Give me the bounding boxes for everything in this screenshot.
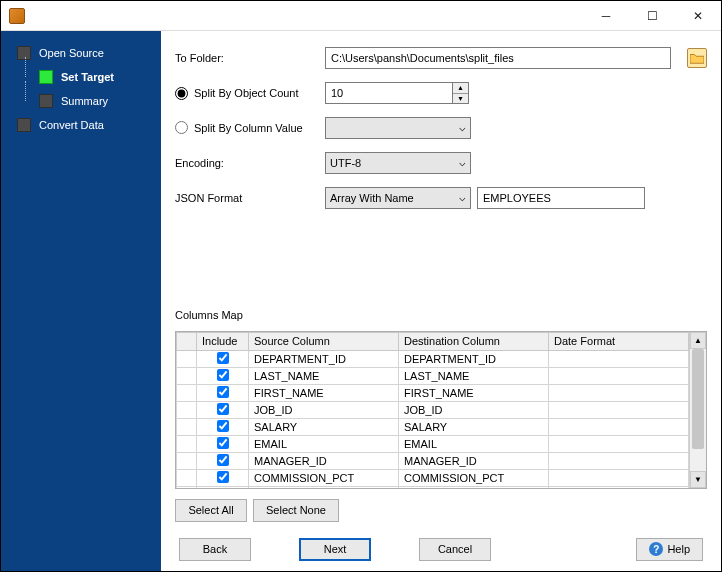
table-row[interactable]: DEPARTMENT_IDDEPARTMENT_ID (177, 350, 689, 367)
help-button[interactable]: ? Help (636, 538, 703, 561)
source-cell[interactable]: EMAIL (249, 435, 399, 452)
include-checkbox[interactable] (217, 369, 229, 381)
destination-cell[interactable]: FIRST_NAME (399, 384, 549, 401)
row-handle[interactable] (177, 452, 197, 469)
close-button[interactable]: ✕ (675, 1, 721, 31)
row-handle[interactable] (177, 418, 197, 435)
chevron-down-icon: ⌵ (459, 156, 466, 169)
dateformat-cell[interactable] (549, 452, 689, 469)
scroll-thumb[interactable] (692, 349, 704, 449)
dateformat-cell[interactable] (549, 384, 689, 401)
chevron-down-icon: ⌵ (459, 121, 466, 134)
include-checkbox[interactable] (217, 454, 229, 466)
nav-set-target[interactable]: Set Target (5, 65, 157, 89)
split-by-object-label: Split By Object Count (194, 87, 299, 99)
destination-cell[interactable]: JOB_ID (399, 401, 549, 418)
include-checkbox[interactable] (217, 352, 229, 364)
object-count-input[interactable] (325, 82, 453, 104)
table-row[interactable]: FIRST_NAMEFIRST_NAME (177, 384, 689, 401)
table-row[interactable]: LAST_NAMELAST_NAME (177, 367, 689, 384)
row-header-blank[interactable] (177, 332, 197, 350)
source-cell[interactable]: DEPARTMENT_ID (249, 350, 399, 367)
destination-cell[interactable]: COMMISSION_PCT (399, 469, 549, 486)
include-checkbox[interactable] (217, 471, 229, 483)
column-header-date-format[interactable]: Date Format (549, 332, 689, 350)
source-cell[interactable]: JOB_ID (249, 401, 399, 418)
destination-cell[interactable]: MANAGER_ID (399, 452, 549, 469)
select-all-button[interactable]: Select All (175, 499, 247, 522)
dateformat-cell[interactable] (549, 350, 689, 367)
source-cell[interactable]: COMMISSION_PCT (249, 469, 399, 486)
include-checkbox[interactable] (217, 437, 229, 449)
dateformat-cell[interactable] (549, 486, 689, 488)
table-row[interactable]: JOB_IDJOB_ID (177, 401, 689, 418)
split-by-object-radio[interactable] (175, 87, 188, 100)
row-handle[interactable] (177, 486, 197, 488)
column-header-destination[interactable]: Destination Column (399, 332, 549, 350)
source-cell[interactable]: SALARY (249, 418, 399, 435)
destination-cell[interactable]: LAST_NAME (399, 367, 549, 384)
object-count-spinner[interactable]: ▲▼ (325, 82, 469, 104)
source-cell[interactable]: PHONE_NUMBER (249, 486, 399, 488)
minimize-button[interactable]: ─ (583, 1, 629, 31)
row-handle[interactable] (177, 384, 197, 401)
table-scrollbar[interactable]: ▲ ▼ (689, 332, 706, 488)
source-cell[interactable]: MANAGER_ID (249, 452, 399, 469)
json-format-dropdown[interactable]: Array With Name ⌵ (325, 187, 471, 209)
table-row[interactable]: COMMISSION_PCTCOMMISSION_PCT (177, 469, 689, 486)
app-icon (9, 8, 25, 24)
destination-cell[interactable]: PHONE_NUMBER (399, 486, 549, 488)
destination-cell[interactable]: DEPARTMENT_ID (399, 350, 549, 367)
browse-folder-button[interactable] (687, 48, 707, 68)
encoding-dropdown[interactable]: UTF-8 ⌵ (325, 152, 471, 174)
source-cell[interactable]: FIRST_NAME (249, 384, 399, 401)
include-checkbox[interactable] (217, 403, 229, 415)
nav-label: Summary (61, 95, 108, 107)
column-header-source[interactable]: Source Column (249, 332, 399, 350)
cancel-button[interactable]: Cancel (419, 538, 491, 561)
columns-map-label: Columns Map (175, 309, 707, 321)
dateformat-cell[interactable] (549, 418, 689, 435)
table-row[interactable]: SALARYSALARY (177, 418, 689, 435)
destination-cell[interactable]: EMAIL (399, 435, 549, 452)
step-marker-icon (39, 94, 53, 108)
row-handle[interactable] (177, 350, 197, 367)
table-row[interactable]: PHONE_NUMBERPHONE_NUMBER (177, 486, 689, 488)
next-button[interactable]: Next (299, 538, 371, 561)
scroll-up-icon[interactable]: ▲ (690, 332, 706, 349)
back-button[interactable]: Back (179, 538, 251, 561)
column-header-include[interactable]: Include (197, 332, 249, 350)
dateformat-cell[interactable] (549, 367, 689, 384)
to-folder-input[interactable] (325, 47, 671, 69)
nav-open-source[interactable]: Open Source (5, 41, 157, 65)
destination-cell[interactable]: SALARY (399, 418, 549, 435)
title-bar: ─ ☐ ✕ (1, 1, 721, 31)
dateformat-cell[interactable] (549, 435, 689, 452)
include-checkbox[interactable] (217, 420, 229, 432)
row-handle[interactable] (177, 435, 197, 452)
select-none-button[interactable]: Select None (253, 499, 339, 522)
help-label: Help (667, 543, 690, 555)
nav-convert-data[interactable]: Convert Data (5, 113, 157, 137)
json-name-input[interactable] (477, 187, 645, 209)
maximize-button[interactable]: ☐ (629, 1, 675, 31)
row-handle[interactable] (177, 469, 197, 486)
dateformat-cell[interactable] (549, 401, 689, 418)
table-row[interactable]: MANAGER_IDMANAGER_ID (177, 452, 689, 469)
dropdown-value: UTF-8 (330, 157, 361, 169)
include-checkbox[interactable] (217, 386, 229, 398)
row-handle[interactable] (177, 367, 197, 384)
table-row[interactable]: EMAILEMAIL (177, 435, 689, 452)
dateformat-cell[interactable] (549, 469, 689, 486)
split-by-column-label: Split By Column Value (194, 122, 303, 134)
nav-summary[interactable]: Summary (5, 89, 157, 113)
chevron-down-icon: ⌵ (459, 191, 466, 204)
help-icon: ? (649, 542, 663, 556)
split-by-column-radio[interactable] (175, 121, 188, 134)
spin-up-icon[interactable]: ▲ (453, 83, 468, 94)
scroll-down-icon[interactable]: ▼ (690, 471, 706, 488)
split-by-column-dropdown[interactable]: ⌵ (325, 117, 471, 139)
row-handle[interactable] (177, 401, 197, 418)
source-cell[interactable]: LAST_NAME (249, 367, 399, 384)
spin-down-icon[interactable]: ▼ (453, 94, 468, 104)
